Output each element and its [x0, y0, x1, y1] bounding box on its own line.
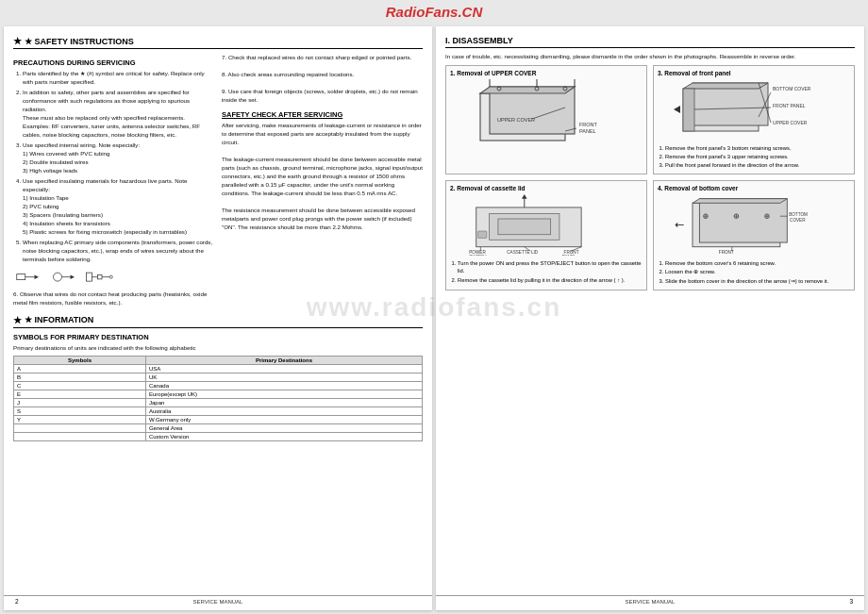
table-row: SAustralia: [14, 407, 423, 415]
observe-text: 6. Observe that wires do not contact hea…: [13, 290, 214, 307]
page-right: I. DISASSEMBLY In case of trouble, etc. …: [436, 26, 864, 610]
table-row: CCanada: [14, 381, 423, 390]
diagram-front-panel: 3. Removal of front panel BOTTOM COVER F…: [653, 65, 855, 174]
solder-diagram-3: [85, 268, 113, 287]
svg-text:COVER: COVER: [790, 218, 806, 223]
bottom-instructions: Remove the bottom cover's 6 retaining sc…: [658, 259, 850, 284]
symbols-table: Symbols Primary Destinations AUSA BUK CC…: [13, 356, 423, 441]
svg-text:PANEL: PANEL: [562, 255, 576, 256]
diagram-cassette-lid: 2. Removal of cassette lid POWER SWITCH …: [445, 180, 647, 290]
star-icon: ★: [13, 36, 22, 46]
svg-marker-52: [693, 199, 787, 204]
svg-marker-27: [683, 83, 768, 89]
svg-rect-8: [98, 274, 103, 279]
svg-rect-26: [693, 83, 768, 125]
front-panel-svg: BOTTOM COVER FRONT PANEL UPPER COVER: [658, 79, 850, 141]
svg-text:CASSETTE LID: CASSETTE LID: [507, 250, 539, 255]
svg-text:SWITCH: SWITCH: [469, 255, 486, 256]
table-row: General Area: [14, 423, 423, 432]
cassette-lid-svg: POWER SWITCH CASSETTE LID FRONT PANEL: [450, 194, 643, 256]
list-item: In addition to safety, other parts and a…: [23, 89, 214, 140]
svg-marker-2: [35, 274, 40, 279]
svg-text:UPPER COVER: UPPER COVER: [497, 117, 535, 123]
col-header-symbols: Symbols: [14, 356, 146, 364]
svg-marker-35: [674, 106, 680, 113]
safety-section-title: ★ SAFETY INSTRUCTIONS: [25, 37, 134, 46]
page-footer-right: SERVICE MANUAL: [436, 595, 864, 605]
svg-marker-5: [71, 274, 75, 279]
svg-rect-0: [17, 274, 25, 279]
page-num-right: 3: [849, 598, 853, 605]
diagram-upper-cover: 1. Removal of UPPER COVER UPPER COVER F: [445, 65, 647, 174]
diagram-2-title: 2. Removal of cassette lid: [450, 185, 643, 191]
table-row: AUSA: [14, 364, 423, 373]
svg-text:FRONT PANEL: FRONT PANEL: [773, 103, 806, 108]
svg-text:BOTTOM COVER: BOTTOM COVER: [773, 86, 811, 91]
svg-point-10: [109, 275, 112, 278]
diagram-4-title: 4. Removal of bottom cover: [658, 185, 850, 191]
col-header-destinations: Primary Destinations: [145, 356, 422, 364]
svg-text:BOTTOM: BOTTOM: [789, 213, 808, 218]
diagram-grid: 1. Removal of UPPER COVER UPPER COVER F: [445, 65, 855, 290]
safety-check-text: After servicing, make measurements of le…: [222, 122, 423, 232]
svg-rect-51: [699, 199, 787, 242]
right-col: 7. Check that replaced wires do not cont…: [222, 54, 423, 307]
precautions-list: Parts identified by the ★ (#) symbol are…: [13, 70, 214, 264]
svg-rect-39: [478, 231, 487, 238]
solder-diagram-2: [49, 268, 77, 287]
table-row: JJapan: [14, 398, 423, 407]
front-panel-instructions: Remove the front panel's 3 bottom retain…: [658, 144, 850, 169]
svg-rect-38: [498, 219, 551, 235]
svg-text:PANEL: PANEL: [579, 128, 596, 134]
svg-point-3: [54, 273, 62, 281]
svg-rect-6: [87, 273, 92, 281]
items-right: 7. Check that replaced wires do not cont…: [222, 54, 423, 105]
disassembly-intro: In case of trouble, etc. necessitating d…: [445, 53, 855, 61]
svg-text:UPPER COVER: UPPER COVER: [773, 120, 808, 125]
precautions-title: PRECAUTIONS DURING SERVICING: [13, 58, 214, 67]
information-section-title: ★ INFORMATION: [25, 315, 93, 324]
safety-check: SAFETY CHECK AFTER SERVICING After servi…: [222, 110, 423, 232]
solder-diagram-1: [13, 268, 42, 287]
svg-marker-49: [522, 194, 527, 199]
solder-illustrations: [13, 268, 214, 287]
svg-marker-13: [480, 87, 575, 93]
symbols-title: SYMBOLS FOR PRIMARY DESTINATION: [13, 333, 423, 341]
list-item: Use specified internal wiring. Note espe…: [23, 141, 214, 175]
table-row: EEurope(except UK): [14, 390, 423, 398]
brand-header: RadioFans.CN: [386, 4, 483, 20]
bottom-cover-svg: BOTTOM COVER FRONT: [658, 194, 850, 256]
svg-rect-28: [683, 89, 694, 131]
page-footer-left: SERVICE MANUAL: [4, 595, 432, 605]
cassette-instructions: Turn the power ON and press the STOP/EJE…: [450, 259, 643, 283]
page-num-left: 2: [15, 598, 19, 605]
table-row: Custom Version: [14, 432, 423, 440]
symbols-intro: Primary destinations of units are indica…: [13, 344, 423, 353]
left-col: PRECAUTIONS DURING SERVICING Parts ident…: [13, 54, 214, 307]
table-row: YW.Germany only: [14, 415, 423, 423]
svg-marker-68: [675, 223, 677, 228]
star-icon-2: ★: [13, 315, 22, 325]
safety-check-title: SAFETY CHECK AFTER SERVICING: [222, 110, 423, 119]
svg-text:FRONT: FRONT: [579, 122, 598, 127]
page-left: ★ ★ SAFETY INSTRUCTIONS PRECAUTIONS DURI…: [4, 26, 432, 610]
table-row: BUK: [14, 373, 423, 381]
list-item: Parts identified by the ★ (#) symbol are…: [23, 70, 214, 87]
disassembly-section-title: I. DISASSEMBLY: [445, 36, 513, 45]
list-item: When replacing AC primary side component…: [23, 239, 214, 264]
diagram-3-title: 3. Removal of front panel: [658, 70, 850, 76]
information-title: ★ ★ INFORMATION: [13, 315, 423, 328]
safety-title: ★ ★ SAFETY INSTRUCTIONS: [13, 36, 423, 49]
disassembly-title: I. DISASSEMBLY: [445, 36, 855, 48]
upper-cover-svg: UPPER COVER FRONT PANEL: [450, 79, 643, 155]
diagram-1-title: 1. Removal of UPPER COVER: [450, 70, 643, 76]
list-item: Use specified insulating materials for h…: [23, 177, 214, 237]
diagram-bottom-cover: 4. Removal of bottom cover: [653, 180, 855, 290]
